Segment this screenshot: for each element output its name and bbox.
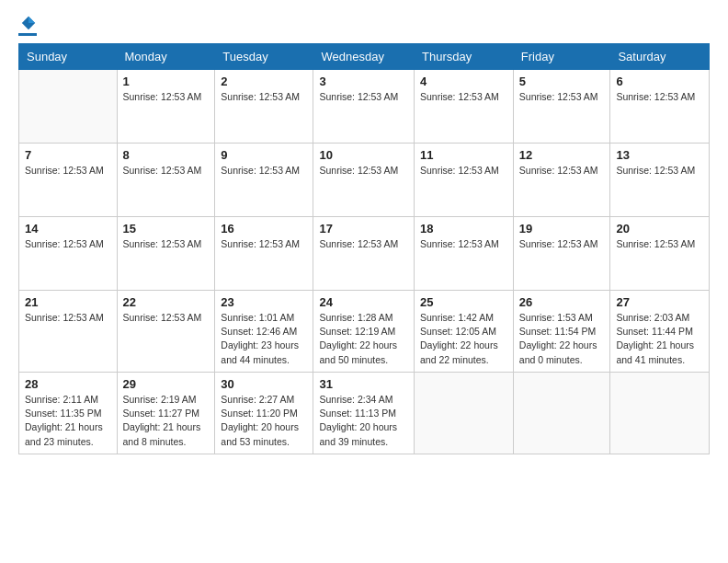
day-info: Sunrise: 2:03 AMSunset: 11:44 PMDaylight… [616,311,703,367]
day-info: Sunrise: 12:53 AM [221,90,307,104]
day-number: 11 [420,148,507,162]
day-number: 10 [319,148,408,162]
day-info: Sunrise: 1:01 AMSunset: 12:46 AMDaylight… [221,311,307,367]
day-number: 1 [123,75,210,88]
day-info: Sunrise: 12:53 AM [319,237,408,251]
day-info: Sunrise: 12:53 AM [319,164,408,178]
calendar-cell: 2Sunrise: 12:53 AM [215,70,313,144]
day-info: Sunrise: 12:53 AM [616,237,703,251]
calendar-cell: 31Sunrise: 2:34 AMSunset: 11:13 PMDaylig… [313,372,415,454]
day-number: 23 [221,295,307,309]
calendar-cell: 11Sunrise: 12:53 AM [415,144,514,217]
calendar-cell: 3Sunrise: 12:53 AM [313,70,415,144]
calendar-cell: 28Sunrise: 2:11 AMSunset: 11:35 PMDaylig… [19,372,118,454]
day-number: 24 [319,295,408,309]
calendar-table: SundayMondayTuesdayWednesdayThursdayFrid… [18,43,710,454]
day-info: Sunrise: 12:53 AM [123,164,210,178]
calendar-cell: 9Sunrise: 12:53 AM [215,144,313,217]
day-info: Sunrise: 2:34 AMSunset: 11:13 PMDaylight… [319,393,408,449]
day-number: 25 [420,295,507,309]
day-info: Sunrise: 12:53 AM [519,90,605,104]
calendar-cell: 25Sunrise: 1:42 AMSunset: 12:05 AMDaylig… [415,291,514,373]
day-number: 3 [319,75,408,88]
logo [18,15,37,36]
day-number: 30 [221,377,307,391]
day-number: 22 [123,295,210,309]
day-number: 21 [25,295,111,309]
calendar-cell: 29Sunrise: 2:19 AMSunset: 11:27 PMDaylig… [117,372,215,454]
day-info: Sunrise: 1:42 AMSunset: 12:05 AMDaylight… [420,311,507,367]
calendar-cell: 27Sunrise: 2:03 AMSunset: 11:44 PMDaylig… [610,291,710,373]
day-number: 29 [123,377,210,391]
calendar-cell: 15Sunrise: 12:53 AM [117,217,215,291]
day-info: Sunrise: 12:53 AM [123,311,210,325]
day-number: 28 [25,377,111,391]
svg-marker-1 [28,17,35,23]
calendar-week-row: 1Sunrise: 12:53 AM2Sunrise: 12:53 AM3Sun… [19,70,710,144]
col-header-sunday: Sunday [19,44,118,70]
calendar-cell: 8Sunrise: 12:53 AM [117,144,215,217]
day-number: 18 [420,222,507,236]
day-info: Sunrise: 12:53 AM [519,164,605,178]
day-info: Sunrise: 12:53 AM [25,237,111,251]
day-number: 13 [616,148,703,162]
day-number: 14 [25,222,111,236]
day-number: 7 [25,148,111,162]
day-info: Sunrise: 12:53 AM [420,164,507,178]
day-info: Sunrise: 12:53 AM [420,237,507,251]
day-number: 27 [616,295,703,309]
calendar-cell: 18Sunrise: 12:53 AM [415,217,514,291]
calendar-cell: 21Sunrise: 12:53 AM [19,291,118,373]
day-info: Sunrise: 12:53 AM [221,164,307,178]
calendar-cell: 24Sunrise: 1:28 AMSunset: 12:19 AMDaylig… [313,291,415,373]
col-header-wednesday: Wednesday [313,44,415,70]
calendar-cell: 7Sunrise: 12:53 AM [19,144,118,217]
logo-flag-icon [20,15,37,31]
calendar-cell: 5Sunrise: 12:53 AM [513,70,610,144]
calendar-week-row: 21Sunrise: 12:53 AM22Sunrise: 12:53 AM23… [19,291,710,373]
day-number: 5 [519,75,605,88]
day-number: 4 [420,75,507,88]
calendar-cell: 20Sunrise: 12:53 AM [610,217,710,291]
day-info: Sunrise: 12:53 AM [123,237,210,251]
calendar-cell: 4Sunrise: 12:53 AM [415,70,514,144]
calendar-cell: 12Sunrise: 12:53 AM [513,144,610,217]
calendar-week-row: 14Sunrise: 12:53 AM15Sunrise: 12:53 AM16… [19,217,710,291]
day-info: Sunrise: 12:53 AM [616,90,703,104]
calendar-cell: 19Sunrise: 12:53 AM [513,217,610,291]
day-info: Sunrise: 1:53 AMSunset: 11:54 PMDaylight… [519,311,605,367]
calendar-cell: 1Sunrise: 12:53 AM [117,70,215,144]
header [18,15,710,36]
calendar-cell: 13Sunrise: 12:53 AM [610,144,710,217]
day-info: Sunrise: 2:11 AMSunset: 11:35 PMDaylight… [25,393,111,449]
day-info: Sunrise: 12:53 AM [319,90,408,104]
calendar-cell: 14Sunrise: 12:53 AM [19,217,118,291]
calendar-header-row: SundayMondayTuesdayWednesdayThursdayFrid… [19,44,710,70]
day-number: 12 [519,148,605,162]
day-number: 31 [319,377,408,391]
day-number: 9 [221,148,307,162]
calendar-cell [415,372,514,454]
calendar-cell: 6Sunrise: 12:53 AM [610,70,710,144]
day-number: 6 [616,75,703,88]
day-info: Sunrise: 12:53 AM [420,90,507,104]
calendar-cell: 17Sunrise: 12:53 AM [313,217,415,291]
calendar-week-row: 28Sunrise: 2:11 AMSunset: 11:35 PMDaylig… [19,372,710,454]
calendar-cell: 30Sunrise: 2:27 AMSunset: 11:20 PMDaylig… [215,372,313,454]
calendar-cell: 22Sunrise: 12:53 AM [117,291,215,373]
day-info: Sunrise: 12:53 AM [25,311,111,325]
calendar-week-row: 7Sunrise: 12:53 AM8Sunrise: 12:53 AM9Sun… [19,144,710,217]
logo-underline [18,33,37,36]
calendar-cell [19,70,118,144]
day-info: Sunrise: 12:53 AM [519,237,605,251]
day-number: 15 [123,222,210,236]
day-number: 2 [221,75,307,88]
day-number: 19 [519,222,605,236]
col-header-thursday: Thursday [415,44,514,70]
col-header-saturday: Saturday [610,44,710,70]
day-info: Sunrise: 12:53 AM [616,164,703,178]
calendar-cell [610,372,710,454]
day-info: Sunrise: 1:28 AMSunset: 12:19 AMDaylight… [319,311,408,367]
day-number: 8 [123,148,210,162]
day-info: Sunrise: 12:53 AM [221,237,307,251]
